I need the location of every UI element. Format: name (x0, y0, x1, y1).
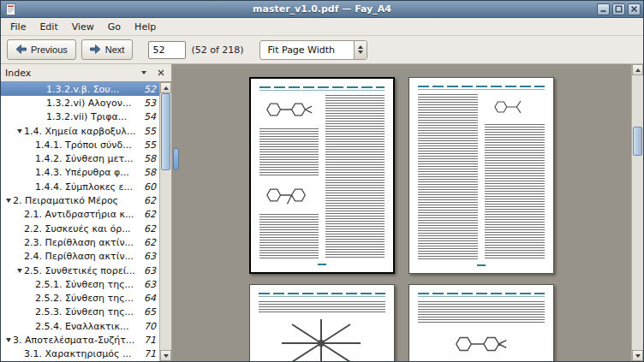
zoom-combobox[interactable]: Fit Page Width (259, 40, 367, 60)
triangle-down-icon (164, 354, 169, 358)
maximize-button[interactable] (612, 3, 625, 15)
scroll-down-button[interactable] (632, 350, 643, 361)
page-thumbnail[interactable] (408, 284, 554, 361)
index-item[interactable]: 2.5.4. Εναλλακτικ...70 (1, 319, 159, 333)
index-item[interactable]: 2.3. Περίθλαση ακτίν...62 (1, 235, 159, 249)
index-item-page: 62 (142, 209, 159, 220)
index-item[interactable]: 2.5. Συνθετικές πορεί...63 (1, 264, 159, 277)
index-item-page: 53 (142, 98, 159, 109)
scroll-down-button[interactable] (160, 350, 171, 361)
menu-view[interactable]: View (65, 20, 101, 34)
sidebar-close-button[interactable] (155, 67, 167, 79)
index-item[interactable]: 1.4. Χημεία καρβοξυλ...55 (1, 124, 159, 138)
scroll-up-button[interactable] (160, 82, 171, 93)
next-label: Next (105, 45, 125, 55)
index-item[interactable]: 3.1. Χαρακτηρισμός ...71 (1, 347, 159, 361)
index-item[interactable]: 2.5.1. Σύνθεση της...63 (1, 277, 159, 291)
index-item-page: 55 (142, 139, 159, 151)
index-item-label: 1.4.3. Υπέρυθρα φ... (35, 167, 142, 178)
index-tree: 1.3.2.v.β. Σου...521.3.2.vi) Αλογον...53… (1, 82, 159, 361)
menu-file[interactable]: File (3, 20, 33, 34)
index-item-page: 62 (142, 237, 159, 248)
index-item-page: 71 (142, 335, 159, 346)
index-item[interactable]: 3. Αποτελέσματα-Συζήτ...71 (1, 333, 159, 347)
index-item-label: 2.4. Περίθλαση ακτίν... (24, 251, 142, 262)
index-item-label: 2.5.2. Σύνθεση της... (35, 293, 142, 304)
index-item[interactable]: 1.3.2.vii) Τριφα...54 (1, 110, 159, 124)
index-item-page: 62 (142, 195, 159, 206)
menu-help[interactable]: Help (128, 20, 163, 34)
index-item[interactable]: 2.5.2. Σύνθεση της...64 (1, 291, 159, 305)
main-scroll-thumb[interactable] (633, 127, 642, 156)
sidebar-scroll-track[interactable] (160, 93, 171, 350)
menu-edit[interactable]: Edit (33, 20, 64, 34)
page-header (418, 293, 545, 297)
sidebar-title: Index (5, 68, 31, 79)
index-item[interactable]: 1.3.2.v.β. Σου...52 (1, 82, 159, 96)
index-item-page: 63 (142, 265, 159, 276)
index-item-page: 62 (142, 223, 159, 234)
index-item-label: 2.1. Αντιδραστήρια κ... (24, 209, 142, 220)
index-item-label: 2.5.1. Σύνθεση της... (35, 279, 142, 290)
index-item-page: 63 (142, 279, 159, 290)
close-button[interactable] (628, 3, 641, 15)
menubar: FileEditViewGoHelp (1, 18, 643, 36)
page-header (259, 293, 385, 297)
next-button[interactable]: Next (81, 39, 134, 60)
main-scrollbar[interactable] (631, 64, 643, 361)
index-item[interactable]: 2.4. Περίθλαση ακτίν...63 (1, 250, 159, 264)
index-item[interactable]: 2.5.3. Σύνθεση της...65 (1, 306, 159, 319)
index-item[interactable]: 1.4.1. Τρόποι σύνδ...55 (1, 138, 159, 151)
sidebar-scrollbar[interactable] (159, 82, 171, 361)
index-item-label: 1.4.1. Τρόποι σύνδ... (35, 139, 142, 151)
index-item[interactable]: 1.4.2. Σύνθεση μετ...58 (1, 151, 159, 165)
sidebar-scroll-thumb[interactable] (161, 93, 170, 170)
menu-go[interactable]: Go (101, 20, 128, 34)
main-scroll-track[interactable] (632, 75, 643, 350)
previous-button[interactable]: Previous (7, 39, 76, 60)
pdf-viewer-window: master_v1.0.pdf — Fay_A4 FileEditViewGoH… (0, 0, 644, 362)
pages-canvas[interactable] (172, 64, 631, 361)
triangle-up-icon (358, 45, 363, 49)
expander-icon[interactable] (15, 129, 24, 134)
index-item-label: 1.3.2.vi) Αλογον... (46, 98, 142, 109)
chemical-structure-figure (418, 328, 545, 360)
combo-stepper-icons[interactable] (354, 41, 367, 59)
index-item-label: 2. Πειραματικό Μέρος (13, 195, 142, 206)
index-item[interactable]: 2. Πειραματικό Μέρος62 (1, 193, 159, 207)
close-icon (158, 69, 164, 76)
index-item-page: 54 (142, 111, 159, 122)
previous-label: Previous (31, 45, 68, 55)
index-item-page: 63 (142, 251, 159, 262)
index-item-label: 3.1. Χαρακτηρισμός ... (24, 348, 142, 359)
sidebar-dropdown-button[interactable] (138, 67, 150, 79)
minimize-button[interactable] (597, 3, 610, 15)
index-item[interactable]: 1.4.3. Υπέρυθρα φ...58 (1, 166, 159, 180)
expander-icon[interactable] (15, 269, 24, 273)
index-item-page: 71 (142, 348, 159, 359)
page-thumbnail[interactable] (408, 77, 554, 274)
page-header (418, 86, 545, 90)
window-title: master_v1.0.pdf — Fay_A4 (1, 3, 643, 15)
index-item[interactable]: 2.2. Συσκευές και όρ...62 (1, 222, 159, 235)
index-item-page: 65 (142, 306, 159, 317)
page-thumbnail[interactable] (249, 284, 395, 361)
scroll-up-button[interactable] (632, 64, 643, 75)
triangle-up-icon (164, 86, 169, 90)
toolbar: Previous Next (52 of 218) Fit Page Width (1, 36, 643, 64)
page-number-input[interactable] (148, 41, 186, 59)
expander-icon[interactable] (3, 338, 13, 342)
expander-icon[interactable] (3, 199, 13, 203)
page-thumbnail-current[interactable] (249, 77, 395, 274)
index-item-label: 2.5. Συνθετικές πορεί... (24, 265, 142, 276)
index-item-page: 52 (142, 84, 159, 95)
pdf-document-icon (5, 3, 16, 15)
triangle-up-icon (635, 68, 641, 72)
index-item[interactable]: 1.3.2.vi) Αλογον...53 (1, 96, 159, 110)
index-item[interactable]: 1.4.4. Σύμπλοκες ε...60 (1, 180, 159, 193)
titlebar[interactable]: master_v1.0.pdf — Fay_A4 (1, 1, 643, 18)
index-item-label: 1.3.2.vii) Τριφα... (46, 111, 142, 122)
index-item-label: 1.4.2. Σύνθεση μετ... (35, 153, 142, 164)
index-item-page: 58 (142, 153, 159, 164)
index-item[interactable]: 2.1. Αντιδραστήρια κ...62 (1, 208, 159, 222)
